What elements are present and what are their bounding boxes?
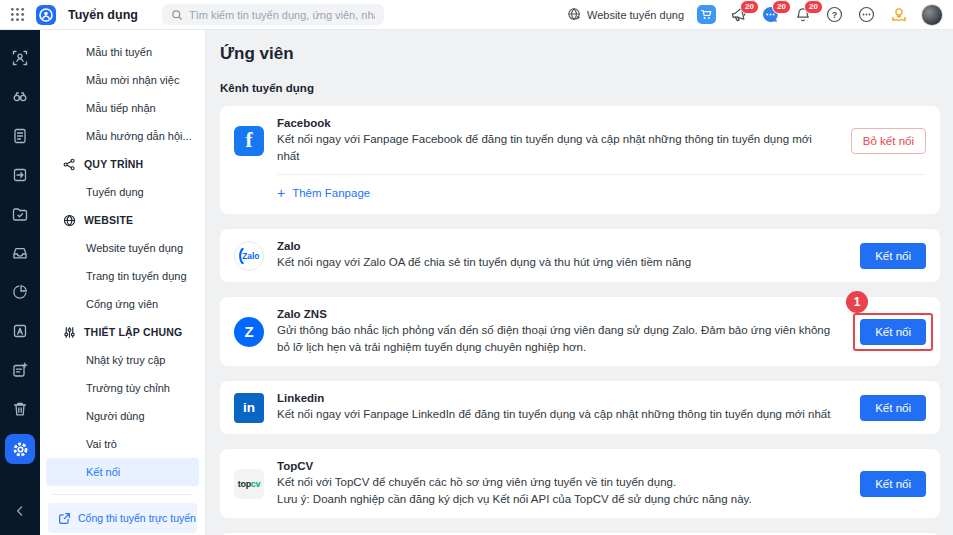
sidebar-section-quy-trinh[interactable]: QUY TRÌNH bbox=[46, 150, 199, 178]
add-fanpage-link[interactable]: + Thêm Fanpage bbox=[277, 186, 370, 200]
sidebar-item-vai-tro[interactable]: Vai trò bbox=[46, 430, 199, 458]
channel-card-linkedin: in Linkedin Kết nối ngay với Fanpage Lin… bbox=[220, 381, 940, 434]
topcv-connect-button[interactable]: Kết nối bbox=[860, 471, 926, 497]
topbar-actions: Website tuyển dụng 20 20 bbox=[567, 4, 943, 26]
sidebar-section-website[interactable]: WEBSITE bbox=[46, 206, 199, 234]
sidebar-item-cong-ung-vien[interactable]: Cổng ứng viên bbox=[46, 290, 199, 318]
megaphone-badge: 20 bbox=[740, 0, 759, 14]
sidebar-item-mau-thi-tuyen[interactable]: Mẫu thi tuyển bbox=[46, 38, 199, 66]
chat-badge: 20 bbox=[772, 0, 791, 14]
website-globe-icon bbox=[567, 7, 582, 22]
document-icon[interactable] bbox=[6, 122, 34, 150]
plus-icon: + bbox=[277, 186, 285, 200]
user-avatar[interactable] bbox=[921, 4, 943, 26]
announcements-megaphone-icon[interactable]: 20 bbox=[729, 5, 748, 24]
store-cart-icon[interactable] bbox=[697, 5, 716, 24]
svg-text:Zalo: Zalo bbox=[242, 251, 259, 261]
news-plus-icon[interactable] bbox=[6, 356, 34, 384]
channel-card-topcv: topcv TopCV Kết nối với TopCV để chuyển … bbox=[220, 449, 940, 518]
section-title: Kênh tuyển dụng bbox=[220, 82, 940, 94]
main-content: Ứng viên Kênh tuyển dụng f Facebook Kết … bbox=[206, 30, 953, 535]
channel-name: TopCV bbox=[277, 460, 847, 472]
document-transfer-icon[interactable] bbox=[6, 161, 34, 189]
globe-icon bbox=[63, 214, 76, 227]
zalo-zns-logo-icon: Z bbox=[234, 317, 264, 347]
settings-sidebar: Mẫu thi tuyển Mẫu mời nhận việc Mẫu tiếp… bbox=[40, 30, 206, 535]
apps-grid-icon[interactable] bbox=[8, 6, 26, 24]
channel-description: Kết nối ngay với Fanpage LinkedIn để đăn… bbox=[277, 406, 847, 423]
facebook-disconnect-button[interactable]: Bỏ kết nối bbox=[851, 128, 926, 154]
page-title: Ứng viên bbox=[220, 44, 940, 64]
global-search[interactable] bbox=[162, 4, 384, 25]
sidebar-item-trang-tin-tuyen-dung[interactable]: Trang tin tuyển dụng bbox=[46, 262, 199, 290]
sidebar-item-nhat-ky-truy-cap[interactable]: Nhật ký truy cập bbox=[46, 346, 199, 374]
candidate-scan-icon[interactable] bbox=[6, 44, 34, 72]
channel-description: Kết nối ngay với Zalo OA để chia sẻ tin … bbox=[277, 254, 847, 271]
channel-name: Zalo bbox=[277, 240, 847, 252]
external-link-icon bbox=[58, 512, 71, 525]
sidebar-item-nguoi-dung[interactable]: Người dùng bbox=[46, 402, 199, 430]
report-pie-icon[interactable] bbox=[6, 278, 34, 306]
search-input[interactable] bbox=[189, 9, 375, 21]
settings-gear-icon[interactable] bbox=[5, 434, 35, 464]
zalo-zns-connect-button[interactable]: Kết nối bbox=[860, 319, 926, 345]
more-options-icon[interactable] bbox=[857, 5, 876, 24]
channel-description: Kết nối ngay với Fanpage Facebook để đăn… bbox=[277, 131, 838, 164]
channel-name: Zalo ZNS bbox=[277, 308, 847, 320]
app-icon-rail bbox=[0, 30, 40, 535]
sidebar-item-mau-tiep-nhan[interactable]: Mẫu tiếp nhận bbox=[46, 94, 199, 122]
bell-badge: 20 bbox=[804, 0, 823, 14]
channel-card-zalo: Zalo Zalo Kết nối ngay với Zalo OA để ch… bbox=[220, 229, 940, 282]
channel-name: Linkedin bbox=[277, 392, 847, 404]
candidates-binoculars-icon[interactable] bbox=[6, 83, 34, 111]
facebook-logo-icon: f bbox=[234, 126, 264, 156]
sidebar-item-ket-noi[interactable]: Kết nối bbox=[46, 458, 199, 486]
app-logo-icon[interactable] bbox=[36, 5, 56, 25]
svg-text:?: ? bbox=[832, 10, 838, 20]
channel-note: Lưu ý: Doanh nghiệp cần đăng ký dịch vụ … bbox=[277, 491, 847, 508]
annotation-step-badge: 1 bbox=[846, 291, 868, 313]
chat-icon[interactable]: 20 bbox=[761, 5, 780, 24]
channel-name: Facebook bbox=[277, 117, 838, 129]
trash-icon[interactable] bbox=[6, 395, 34, 423]
channel-description: Kết nối với TopCV để chuyển các hồ sơ ứn… bbox=[277, 474, 847, 491]
topbar: Tuyển dụng Website tuyển dụng bbox=[0, 0, 953, 30]
online-exam-portal-link[interactable]: Cổng thi tuyển trực tuyến bbox=[48, 503, 197, 533]
sidebar-divider bbox=[52, 494, 193, 495]
channel-card-facebook: f Facebook Kết nối ngay với Fanpage Face… bbox=[220, 106, 940, 214]
sidebar-item-tuyen-dung[interactable]: Tuyển dụng bbox=[46, 178, 199, 206]
template-a-icon[interactable] bbox=[6, 317, 34, 345]
sidebar-item-truong-tuy-chinh[interactable]: Trường tùy chỉnh bbox=[46, 374, 199, 402]
website-tuyen-dung-button[interactable]: Website tuyển dụng bbox=[567, 7, 684, 22]
sidebar-item-mau-huong-dan[interactable]: Mẫu hướng dẫn hội... bbox=[46, 122, 199, 150]
sidebar-item-website-tuyen-dung[interactable]: Website tuyển dụng bbox=[46, 234, 199, 262]
folder-check-icon[interactable] bbox=[6, 200, 34, 228]
sidebar-section-thiet-lap-chung[interactable]: THIẾT LẬP CHUNG bbox=[46, 318, 199, 346]
channel-cards: f Facebook Kết nối ngay với Fanpage Face… bbox=[220, 106, 940, 535]
search-icon bbox=[171, 9, 183, 21]
zalo-logo-icon: Zalo bbox=[234, 241, 264, 271]
zalo-connect-button[interactable]: Kết nối bbox=[860, 243, 926, 269]
notifications-bell-icon[interactable]: 20 bbox=[793, 5, 812, 24]
inbox-icon[interactable] bbox=[6, 239, 34, 267]
topcv-logo-icon: topcv bbox=[234, 469, 264, 499]
collapse-sidebar-icon[interactable] bbox=[6, 497, 34, 525]
app-title: Tuyển dụng bbox=[68, 8, 138, 22]
linkedin-logo-icon: in bbox=[234, 393, 264, 423]
tips-lightbulb-icon[interactable] bbox=[889, 5, 908, 24]
share-nodes-icon bbox=[63, 158, 76, 171]
sliders-icon bbox=[63, 326, 76, 339]
sidebar-item-mau-moi-nhan-viec[interactable]: Mẫu mời nhận việc bbox=[46, 66, 199, 94]
channel-description: Gửi thông báo nhắc lịch phỏng vấn đến số… bbox=[277, 322, 847, 355]
help-icon[interactable]: ? bbox=[825, 5, 844, 24]
linkedin-connect-button[interactable]: Kết nối bbox=[860, 395, 926, 421]
channel-card-zalo-zns: Z Zalo ZNS Gửi thông báo nhắc lịch phỏng… bbox=[220, 297, 940, 366]
